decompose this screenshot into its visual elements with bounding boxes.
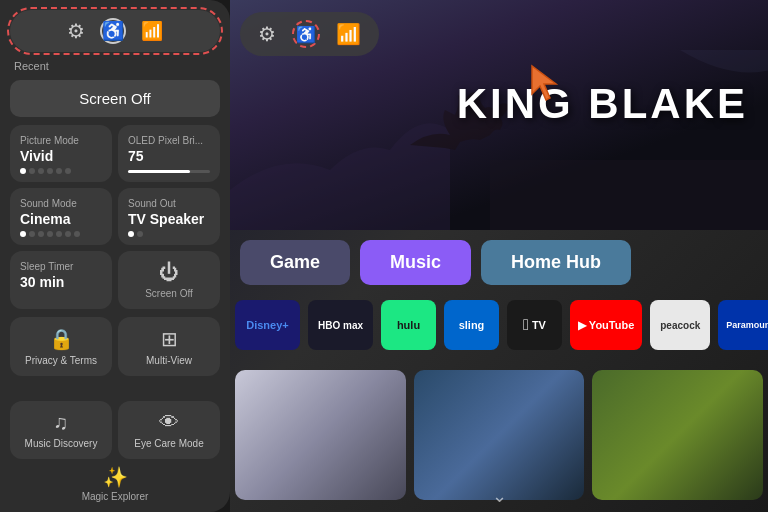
app-youtube[interactable]: ▶ YouTube: [570, 300, 642, 350]
sdot5: [56, 231, 62, 237]
oled-brightness-label: OLED Pixel Bri...: [128, 135, 210, 146]
app-apple[interactable]:  TV: [507, 300, 562, 350]
screen-off-icon: ⏻: [159, 261, 179, 284]
sleep-timer-label: Sleep Timer: [20, 261, 102, 272]
multiview-item[interactable]: ⊞ Multi-View: [118, 317, 220, 376]
app-disney[interactable]: Disney+: [235, 300, 300, 350]
sdot6: [65, 231, 71, 237]
cursor-arrow: [528, 62, 564, 106]
hero-area: KING BLAKE ⚙ ♿ 📶: [230, 0, 768, 230]
sound-mode-dots: [20, 231, 102, 237]
tab-home-hub[interactable]: Home Hub: [481, 240, 631, 285]
brightness-slider[interactable]: [128, 170, 210, 173]
sound-out-value: TV Speaker: [128, 211, 210, 227]
oodot1: [128, 231, 134, 237]
tv-icon-group: ⚙ ♿ 📶: [240, 12, 379, 56]
oled-brightness-value: 75: [128, 148, 210, 164]
oodot2: [137, 231, 143, 237]
sdot1: [20, 231, 26, 237]
tv-accessibility-icon[interactable]: ♿: [292, 20, 320, 48]
eye-music-row: ♫ Music Discovery 👁 Eye Care Mode: [10, 401, 220, 459]
music-discovery-item[interactable]: ♫ Music Discovery: [10, 401, 112, 459]
screen-off-button[interactable]: Screen Off: [10, 80, 220, 117]
magic-icon: ✨: [103, 465, 128, 489]
picture-mode-value: Vivid: [20, 148, 102, 164]
app-sling[interactable]: sling: [444, 300, 499, 350]
brightness-fill: [128, 170, 190, 173]
tab-game[interactable]: Game: [240, 240, 350, 285]
sidebar-panel: ⚙ ♿ 📶 Recent Screen Off Picture Mode Viv…: [0, 0, 230, 512]
sleep-timer-card[interactable]: Sleep Timer 30 min: [10, 251, 112, 309]
accessibility-icon[interactable]: ♿: [100, 18, 126, 44]
tab-music[interactable]: Music: [360, 240, 471, 285]
picture-mode-label: Picture Mode: [20, 135, 102, 146]
picture-mode-card[interactable]: Picture Mode Vivid: [10, 125, 112, 182]
app-hulu[interactable]: hulu: [381, 300, 436, 350]
sound-out-card[interactable]: Sound Out TV Speaker: [118, 188, 220, 245]
tv-top-bar: ⚙ ♿ 📶: [240, 12, 379, 56]
oled-brightness-card[interactable]: OLED Pixel Bri... 75: [118, 125, 220, 182]
app-paramount[interactable]: Paramount+: [718, 300, 768, 350]
thumbnail-row: [230, 370, 768, 500]
thumbnail-1[interactable]: [235, 370, 406, 500]
recent-label: Recent: [10, 60, 220, 72]
wifi-icon[interactable]: 📶: [141, 20, 163, 42]
magic-label: Magic Explorer: [82, 491, 149, 502]
sdot3: [38, 231, 44, 237]
tv-main-area: KING BLAKE ⚙ ♿ 📶 Game Music Home Hub Dis…: [230, 0, 768, 512]
icon-grid: 🔒 Privacy & Terms ⊞ Multi-View: [10, 317, 220, 376]
dot2: [29, 168, 35, 174]
music-discovery-label: Music Discovery: [25, 438, 98, 449]
dot4: [47, 168, 53, 174]
screen-off-icon-card[interactable]: ⏻ Screen Off: [118, 251, 220, 309]
sdot4: [47, 231, 53, 237]
multiview-icon: ⊞: [161, 327, 178, 351]
lock-icon: 🔒: [49, 327, 74, 351]
sleep-timer-value: 30 min: [20, 274, 102, 290]
eye-care-icon: 👁: [159, 411, 179, 434]
sound-mode-label: Sound Mode: [20, 198, 102, 209]
app-hbo[interactable]: HBO max: [308, 300, 373, 350]
sound-mode-card[interactable]: Sound Mode Cinema: [10, 188, 112, 245]
dot1: [20, 168, 26, 174]
scroll-indicator: ⌄: [492, 485, 507, 507]
settings-icon[interactable]: ⚙: [67, 19, 85, 43]
svg-marker-0: [532, 66, 556, 100]
category-tabs: Game Music Home Hub: [230, 240, 768, 285]
tv-gear-icon[interactable]: ⚙: [258, 22, 276, 46]
multiview-label: Multi-View: [146, 355, 192, 366]
sdot7: [74, 231, 80, 237]
dot6: [65, 168, 71, 174]
sound-mode-value: Cinema: [20, 211, 102, 227]
sound-out-label: Sound Out: [128, 198, 210, 209]
eye-care-item[interactable]: 👁 Eye Care Mode: [118, 401, 220, 459]
magic-explorer-item[interactable]: ✨ Magic Explorer: [10, 465, 220, 502]
picture-mode-dots: [20, 168, 102, 174]
music-icon: ♫: [54, 411, 69, 434]
screen-off-icon-label: Screen Off: [145, 288, 193, 299]
bottom-items: ♫ Music Discovery 👁 Eye Care Mode ✨ Magi…: [10, 401, 220, 502]
hero-title: KING BLAKE: [457, 80, 748, 128]
sidebar-top-icons: ⚙ ♿ 📶: [10, 10, 220, 52]
eye-care-label: Eye Care Mode: [134, 438, 203, 449]
settings-grid: Picture Mode Vivid OLED Pixel Bri... 75 …: [10, 125, 220, 309]
app-row: Disney+ HBO max hulu sling  TV ▶ YouTub…: [230, 300, 768, 350]
sdot2: [29, 231, 35, 237]
sound-out-dots: [128, 231, 210, 237]
tv-wifi-icon[interactable]: 📶: [336, 22, 361, 46]
dot5: [56, 168, 62, 174]
thumbnail-2[interactable]: [414, 370, 585, 500]
hero-silhouette-svg: [230, 50, 768, 230]
privacy-terms-item[interactable]: 🔒 Privacy & Terms: [10, 317, 112, 376]
app-peacock[interactable]: peacock: [650, 300, 710, 350]
privacy-label: Privacy & Terms: [25, 355, 97, 366]
thumbnail-3[interactable]: [592, 370, 763, 500]
dot3: [38, 168, 44, 174]
